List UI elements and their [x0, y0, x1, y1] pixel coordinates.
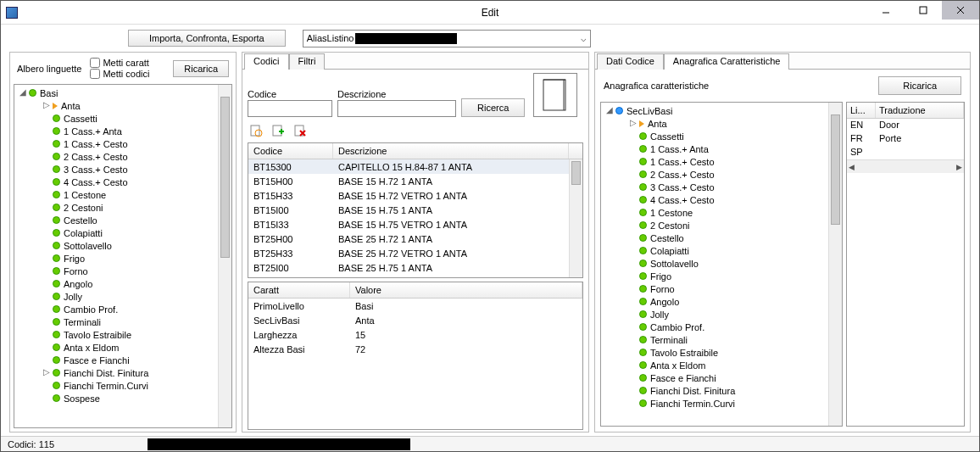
input-descrizione[interactable]	[337, 100, 456, 117]
tree-item[interactable]: 1 Cass.+ Cesto	[604, 155, 838, 168]
table-row[interactable]: FRPorte	[847, 132, 964, 146]
tab-anagrafica[interactable]: Anagrafica Caratteristiche	[664, 53, 790, 70]
tree-item[interactable]: Sospese	[18, 392, 228, 405]
table-row[interactable]: PrimoLivelloBasi	[248, 299, 582, 313]
tree-item[interactable]: Fasce e Fianchi	[604, 371, 838, 384]
props-body[interactable]: PrimoLivelloBasiSecLivBasiAntaLarghezza1…	[248, 299, 582, 429]
tab-filtri[interactable]: Filtri	[289, 53, 326, 70]
table-row[interactable]: SP	[847, 146, 964, 159]
tree-item[interactable]: Cambio Prof.	[604, 321, 838, 333]
minimize-button[interactable]	[867, 1, 905, 20]
tree-item[interactable]: 1 Cass.+ Cesto	[18, 137, 228, 150]
tree-item[interactable]: Forno	[604, 282, 838, 295]
tree-item[interactable]: Tavolo Estraibile	[18, 328, 228, 341]
tab-dati-codice[interactable]: Dati Codice	[597, 53, 664, 70]
tab-codici[interactable]: Codici	[244, 53, 289, 70]
trans-col-lang[interactable]: Li...	[847, 103, 876, 118]
tree-item[interactable]: Forno	[18, 265, 228, 277]
tree-item[interactable]: 2 Cestoni	[604, 219, 838, 232]
table-row[interactable]: BT15I33BASE 15 H.75 VETRO 1 ANTA	[248, 217, 569, 232]
trans-hscroll[interactable]: ◀▶	[847, 159, 964, 173]
maximize-button[interactable]	[905, 1, 942, 20]
tree-item[interactable]: 1 Cestone	[18, 188, 228, 201]
tree-item[interactable]: Colapiatti	[18, 226, 228, 239]
close-button[interactable]	[942, 1, 979, 20]
tree-item[interactable]: Anta x Eldom	[604, 359, 838, 371]
codes-col-descr[interactable]: Descrizione	[333, 143, 569, 159]
alias-listino-combo[interactable]: AliasListino ⌵	[303, 30, 591, 47]
tree-item[interactable]: Cambio Prof.	[18, 303, 228, 315]
tree-item[interactable]: 1 Cestone	[604, 206, 838, 219]
table-row[interactable]: BT25H00BASE 25 H.72 1 ANTA	[248, 232, 569, 246]
trans-body[interactable]: ENDoorFRPorteSP	[847, 119, 964, 159]
tree-scrollbar[interactable]	[218, 85, 231, 427]
tree-item[interactable]: ▷Fianchi Dist. Finitura	[18, 366, 228, 379]
tree-item[interactable]: Angolo	[18, 277, 228, 290]
tree-item[interactable]: 1 Cass.+ Anta	[604, 142, 838, 155]
combo-prefix: AliasListino	[307, 33, 354, 43]
tree-item[interactable]: Fianchi Termin.Curvi	[604, 397, 838, 410]
tree-item[interactable]: Sottolavello	[18, 239, 228, 252]
table-row[interactable]: BT15I00BASE 15 H.75 1 ANTA	[248, 203, 569, 217]
table-row[interactable]: SecLivBasiAnta	[248, 313, 582, 327]
tree-item[interactable]: Terminali	[18, 315, 228, 328]
right-panel: Dati Codice Anagrafica Caratteristiche A…	[594, 52, 971, 432]
chk-metti-codici[interactable]: Metti codici	[90, 69, 149, 79]
input-codice[interactable]	[248, 100, 332, 117]
right-reload-button[interactable]: Ricarica	[878, 76, 961, 95]
table-row[interactable]: BT15H00BASE 15 H.72 1 ANTA	[248, 174, 569, 188]
chk-metti-caratt[interactable]: Metti caratt	[90, 58, 149, 68]
codes-scrollbar[interactable]	[569, 159, 582, 277]
doc-add-icon[interactable]	[271, 124, 285, 137]
left-tree[interactable]: ◢Basi ▷Anta Cassetti1 Cass.+ Anta1 Cass.…	[14, 84, 232, 428]
tree-item[interactable]: Terminali	[604, 333, 838, 346]
tree-item[interactable]: Cassetti	[604, 130, 838, 142]
tree-item[interactable]: Jolly	[604, 308, 838, 321]
tree-item-selected[interactable]: ▷Anta	[18, 99, 228, 112]
tree-item[interactable]: Cassetti	[18, 112, 228, 125]
tree-item[interactable]: 2 Cestoni	[18, 201, 228, 214]
tree-item[interactable]: 1 Cass.+ Anta	[18, 125, 228, 137]
tree-item[interactable]: Angolo	[604, 295, 838, 308]
right-tree-selected[interactable]: ▷Anta	[604, 117, 838, 130]
tree-item[interactable]: Colapiatti	[604, 244, 838, 257]
doc-refresh-icon[interactable]	[249, 124, 263, 137]
tree-item[interactable]: Tavolo Estraibile	[604, 346, 838, 359]
tree-item[interactable]: Sottolavello	[604, 257, 838, 270]
table-row[interactable]: Altezza Basi72	[248, 342, 582, 356]
codes-body[interactable]: BT15300CAPITELLO 15 H.84-87 1 ANTABT15H0…	[248, 159, 569, 277]
tree-item[interactable]: Fianchi Dist. Finitura	[604, 384, 838, 397]
table-row[interactable]: BT25I00BASE 25 H.75 1 ANTA	[248, 260, 569, 275]
table-row[interactable]: BT15H33BASE 15 H.72 VETRO 1 ANTA	[248, 188, 569, 203]
tree-item[interactable]: Cestello	[18, 214, 228, 226]
right-tree[interactable]: ◢SecLivBasi ▷Anta Cassetti1 Cass.+ Anta1…	[600, 102, 843, 427]
tree-item[interactable]: 2 Cass.+ Cesto	[18, 150, 228, 163]
trans-col-trad[interactable]: Traduzione	[876, 103, 964, 118]
tree-item[interactable]: Jolly	[18, 290, 228, 303]
codes-col-codice[interactable]: Codice	[248, 143, 333, 159]
tree-item[interactable]: Fasce e Fianchi	[18, 354, 228, 366]
tree-item[interactable]: Anta x Eldom	[18, 341, 228, 354]
tree-item[interactable]: 4 Cass.+ Cesto	[18, 176, 228, 188]
right-tree-scrollbar[interactable]	[828, 103, 842, 426]
search-button[interactable]: Ricerca	[461, 98, 525, 117]
tree-root[interactable]: ◢Basi	[18, 86, 228, 99]
tree-item[interactable]: 3 Cass.+ Cesto	[604, 181, 838, 193]
tree-item[interactable]: Fianchi Termin.Curvi	[18, 379, 228, 392]
tree-item[interactable]: Frigo	[18, 252, 228, 265]
props-col-caratt[interactable]: Caratt	[248, 282, 350, 298]
left-reload-button[interactable]: Ricarica	[173, 60, 229, 77]
table-row[interactable]: BT25H33BASE 25 H.72 VETRO 1 ANTA	[248, 246, 569, 260]
props-col-valore[interactable]: Valore	[350, 282, 582, 298]
import-export-button[interactable]: Importa, Confronta, Esporta	[128, 30, 286, 47]
tree-item[interactable]: 2 Cass.+ Cesto	[604, 168, 838, 181]
table-row[interactable]: BT15300CAPITELLO 15 H.84-87 1 ANTA	[248, 159, 569, 174]
right-tree-root[interactable]: ◢SecLivBasi	[604, 104, 838, 117]
tree-item[interactable]: Frigo	[604, 270, 838, 282]
tree-item[interactable]: 4 Cass.+ Cesto	[604, 193, 838, 206]
table-row[interactable]: Larghezza15	[248, 327, 582, 342]
table-row[interactable]: ENDoor	[847, 119, 964, 132]
tree-item[interactable]: Cestello	[604, 232, 838, 244]
doc-delete-icon[interactable]	[293, 124, 307, 137]
tree-item[interactable]: 3 Cass.+ Cesto	[18, 163, 228, 176]
